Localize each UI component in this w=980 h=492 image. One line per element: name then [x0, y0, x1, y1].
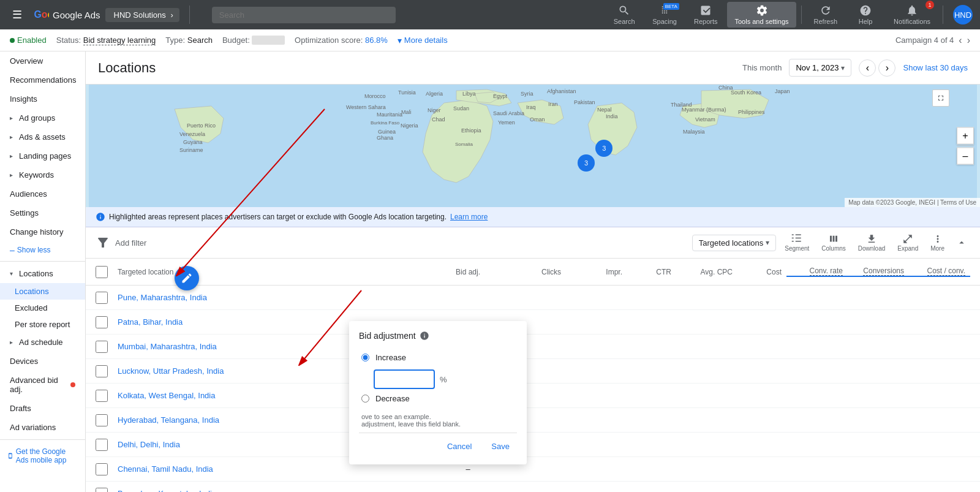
bid-input-row: %: [374, 369, 517, 389]
col-cost[interactable]: Cost: [737, 268, 786, 276]
map-zoom-out-btn[interactable]: –: [957, 148, 974, 165]
campaign-prev-btn[interactable]: ‹: [959, 35, 962, 46]
bid-option-decrease[interactable]: Decrease: [359, 389, 517, 408]
row-checkbox-8[interactable]: [96, 463, 108, 475]
col-impr[interactable]: Impr.: [566, 268, 627, 276]
edit-fab-btn[interactable]: [175, 266, 199, 290]
nav-tool-help[interactable]: Help: [847, 2, 884, 28]
collapse-panel-btn[interactable]: [953, 234, 970, 251]
col-bid-adj-label: Bid adj.: [456, 268, 480, 276]
sidebar-show-less-btn[interactable]: – Show less: [0, 241, 85, 259]
bid-percentage-input[interactable]: [374, 369, 435, 389]
account-selector[interactable]: HND Solutions ›: [105, 8, 179, 22]
sidebar-item-locations-header[interactable]: ▾ Locations: [0, 264, 85, 283]
sidebar-item-mobile-app[interactable]: Get the Google Ads mobile app: [0, 442, 85, 469]
learn-more-link[interactable]: Learn more: [450, 213, 488, 221]
sidebar-item-overview[interactable]: Overview: [0, 51, 85, 70]
more-details-btn[interactable]: ▾ More details: [398, 36, 448, 45]
nav-tool-refresh[interactable]: Refresh: [807, 2, 845, 28]
bid-cancel-btn[interactable]: Cancel: [440, 438, 479, 455]
col-ctr[interactable]: CTR: [627, 268, 676, 276]
sidebar-item-audiences[interactable]: Audiences: [0, 184, 85, 203]
svg-text:Oman: Oman: [530, 116, 545, 123]
google-ads-logo-icon: Google: [32, 6, 49, 23]
nav-search-input[interactable]: [212, 7, 396, 23]
download-btn[interactable]: Download: [854, 232, 889, 253]
sidebar-item-keywords[interactable]: ▸ Keywords: [0, 165, 85, 184]
sidebar-item-change-history[interactable]: Change history: [0, 222, 85, 241]
col-cost-per-conv[interactable]: Cost / conv.: [909, 267, 970, 277]
nav-tool-tools-settings[interactable]: Tools and settings: [727, 2, 796, 28]
sidebar-item-drafts[interactable]: Drafts: [0, 399, 85, 418]
col-location[interactable]: Targeted location ↓: [113, 268, 431, 276]
row-checkbox-6[interactable]: [96, 414, 108, 426]
nav-tool-notifications[interactable]: 1 Notifications: [886, 2, 938, 28]
table-row: Kolkata, West Bengal, India: [86, 384, 980, 408]
add-filter-btn[interactable]: Add filter: [115, 238, 146, 248]
map-zoom-in-btn[interactable]: +: [957, 127, 974, 145]
sidebar-item-locations[interactable]: Locations: [0, 283, 85, 300]
row-1-location[interactable]: Pune, Maharashtra, India: [113, 293, 431, 302]
nav-tool-reports[interactable]: Reports: [687, 2, 725, 28]
sidebar-item-landing-pages[interactable]: ▸ Landing pages: [0, 146, 85, 165]
row-9-location[interactable]: Bengaluru, Karnataka, India: [113, 489, 431, 492]
svg-text:Thailand: Thailand: [671, 102, 692, 108]
col-clicks[interactable]: Clicks: [505, 268, 566, 276]
col-conv-rate[interactable]: Conv. rate: [786, 267, 848, 277]
show-last-30-btn[interactable]: Show last 30 days: [903, 63, 968, 72]
columns-btn[interactable]: Columns: [818, 232, 849, 253]
row-checkbox-7[interactable]: [96, 439, 108, 451]
sidebar-item-ad-schedule[interactable]: ▸ Ad schedule: [0, 333, 85, 352]
bid-save-btn[interactable]: Save: [484, 438, 517, 455]
sidebar-item-devices[interactable]: Devices: [0, 352, 85, 371]
settings-label: Settings: [10, 208, 39, 218]
row-8-location[interactable]: Chennai, Tamil Nadu, India: [113, 464, 431, 474]
budget-label: Budget:: [222, 36, 250, 45]
date-picker[interactable]: Nov 1, 2023 ▾: [789, 59, 851, 77]
sidebar-item-ad-variations[interactable]: Ad variations: [0, 418, 85, 437]
map-fullscreen-btn[interactable]: [932, 89, 949, 107]
map-pin-1[interactable]: 3: [595, 140, 612, 157]
user-avatar[interactable]: HND: [953, 5, 973, 25]
targeted-locations-dropdown[interactable]: Targeted locations ▾: [692, 235, 777, 251]
col-avg-cpc[interactable]: Avg. CPC: [676, 268, 737, 276]
row-checkbox-2[interactable]: [96, 316, 108, 328]
bid-option-increase[interactable]: Increase: [359, 348, 517, 367]
map-pin-2[interactable]: 3: [578, 154, 595, 172]
svg-text:Nigeria: Nigeria: [401, 123, 418, 129]
campaign-next-btn[interactable]: ›: [967, 35, 970, 46]
sidebar-item-recommendations[interactable]: Recommendations: [0, 70, 85, 89]
svg-text:Philippines: Philippines: [738, 109, 765, 115]
page-header: Locations This month Nov 1, 2023 ▾ ‹ › S…: [86, 51, 980, 85]
sidebar-item-insights[interactable]: Insights: [0, 89, 85, 108]
sidebar-item-settings[interactable]: Settings: [0, 203, 85, 222]
bid-decrease-radio[interactable]: [361, 395, 369, 403]
sidebar-item-ad-groups[interactable]: ▸ Ad groups: [0, 108, 85, 127]
col-conv-rate-label: Conv. rate: [810, 267, 843, 276]
expand-btn[interactable]: Expand: [894, 232, 922, 253]
sidebar-item-per-store-report[interactable]: Per store report: [0, 316, 85, 333]
nav-tool-spacing[interactable]: BETA Spacing: [645, 2, 684, 28]
row-checkbox-9[interactable]: [96, 488, 108, 493]
select-all-checkbox[interactable]: [96, 266, 108, 278]
col-conversions[interactable]: Conversions: [848, 267, 909, 277]
more-btn[interactable]: More: [927, 232, 948, 253]
row-checkbox-5[interactable]: [96, 390, 108, 402]
row-checkbox-4[interactable]: [96, 365, 108, 377]
date-prev-btn[interactable]: ‹: [859, 59, 876, 77]
sidebar-item-excluded[interactable]: Excluded: [0, 300, 85, 316]
sidebar-item-advanced-bid-adj[interactable]: Advanced bid adj.: [0, 371, 85, 399]
nav-tool-search[interactable]: Search: [606, 2, 643, 28]
hamburger-icon[interactable]: ☰: [7, 6, 27, 24]
columns-label: Columns: [821, 245, 845, 252]
row-checkbox-1[interactable]: [96, 292, 108, 304]
tools-settings-label: Tools and settings: [734, 18, 788, 25]
segment-icon: [791, 233, 802, 244]
col-bid-adj[interactable]: Bid adj.: [431, 268, 505, 276]
bid-increase-radio[interactable]: [361, 354, 369, 361]
sidebar-item-ads-assets[interactable]: ▸ Ads & assets: [0, 127, 85, 146]
date-next-btn[interactable]: ›: [878, 59, 895, 77]
segment-btn[interactable]: Segment: [781, 232, 813, 253]
row-checkbox-3[interactable]: [96, 341, 108, 353]
date-navigation: ‹ ›: [859, 59, 895, 77]
